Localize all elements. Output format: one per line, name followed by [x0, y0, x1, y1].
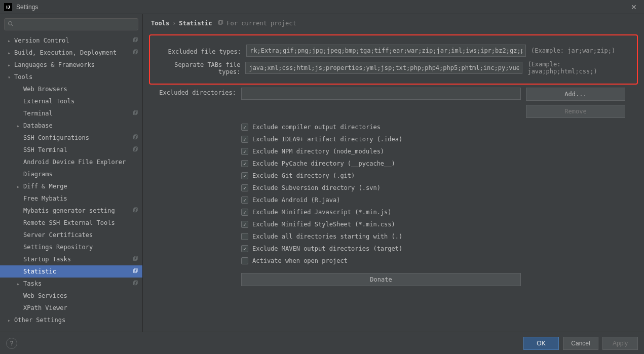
sidebar-item-label: Server Certificates	[23, 231, 93, 239]
breadcrumb-statistic: Statistic	[179, 20, 212, 27]
svg-rect-5	[134, 50, 137, 53]
settings-sidebar: ▸Version Control▸Build, Execution, Deplo…	[0, 14, 143, 332]
checkbox[interactable]	[241, 209, 248, 216]
donate-button[interactable]: Donate	[241, 273, 521, 286]
apply-button[interactable]: Apply	[602, 337, 638, 350]
option-row: Activate when open project	[241, 255, 638, 267]
project-scope-label: For current project	[226, 20, 296, 27]
settings-tree[interactable]: ▸Version Control▸Build, Execution, Deplo…	[0, 34, 142, 332]
sidebar-item-terminal[interactable]: ▸Terminal	[0, 107, 142, 120]
options-checklist: Exclude compiler output directoriesExclu…	[241, 121, 638, 267]
highlighted-region: Excluded file types: (Example: jar;war;z…	[149, 34, 638, 85]
search-icon	[8, 21, 14, 28]
option-label: Exclude MAVEN output directories (target…	[252, 245, 402, 252]
chevron-right-icon[interactable]: ▸	[15, 281, 21, 287]
sidebar-item-xpath-viewer[interactable]: ▸XPath Viewer	[0, 302, 142, 314]
checkbox[interactable]	[241, 160, 248, 167]
checkbox[interactable]	[241, 124, 248, 131]
checkbox[interactable]	[241, 136, 248, 143]
search-input-wrap[interactable]	[4, 18, 138, 30]
sidebar-item-statistic[interactable]: ▸Statistic	[0, 265, 142, 278]
settings-content: Tools › Statistic For current project Ex…	[143, 14, 644, 332]
sidebar-item-languages-frameworks[interactable]: ▸Languages & Frameworks	[0, 59, 142, 71]
checkbox[interactable]	[241, 148, 248, 155]
project-scope-icon	[133, 268, 138, 275]
sidebar-item-label: Diff & Merge	[23, 183, 67, 190]
checkbox[interactable]	[241, 233, 248, 240]
sidebar-item-build-execution-deployment[interactable]: ▸Build, Execution, Deployment	[0, 47, 142, 59]
chevron-right-icon[interactable]: ▸	[6, 38, 12, 44]
chevron-right-icon[interactable]: ▸	[6, 318, 12, 323]
sidebar-item-settings-repository[interactable]: ▸Settings Repository	[0, 241, 142, 253]
sidebar-item-label: Mybatis generator setting	[23, 207, 115, 214]
project-scope-icon	[133, 207, 138, 214]
svg-rect-19	[134, 281, 137, 284]
sidebar-item-startup-tasks[interactable]: ▸Startup Tasks	[0, 253, 142, 265]
excluded-dirs-list[interactable]	[241, 88, 521, 100]
sidebar-item-server-certificates[interactable]: ▸Server Certificates	[0, 229, 142, 241]
option-label: Exclude Android (R.java)	[252, 196, 340, 204]
svg-rect-11	[134, 147, 137, 150]
project-scope-icon	[133, 37, 138, 44]
svg-rect-6	[133, 111, 136, 115]
sidebar-item-diff-merge[interactable]: ▸Diff & Merge	[0, 180, 142, 192]
search-input[interactable]	[16, 21, 135, 28]
checkbox[interactable]	[241, 221, 248, 228]
sidebar-item-label: Settings Repository	[23, 244, 93, 251]
option-row: Exclude Minified StyleSheet (*.min.css)	[241, 218, 638, 230]
sidebar-item-free-mybatis[interactable]: ▸Free Mybatis	[0, 192, 142, 205]
svg-rect-9	[134, 135, 137, 138]
chevron-right-icon[interactable]: ▸	[15, 123, 21, 129]
svg-rect-15	[134, 256, 137, 260]
chevron-right-icon[interactable]: ▸	[6, 50, 12, 56]
sidebar-item-label: Languages & Frameworks	[14, 61, 95, 68]
option-row: Exclude Git directory (.git)	[241, 170, 638, 182]
breadcrumb-sep: ›	[172, 20, 176, 27]
checkbox[interactable]	[241, 184, 248, 191]
excluded-types-input[interactable]	[246, 45, 526, 57]
sidebar-item-version-control[interactable]: ▸Version Control	[0, 34, 142, 47]
sidebar-item-label: Other Settings	[14, 317, 65, 324]
project-scope-icon	[133, 280, 138, 287]
sidebar-item-web-services[interactable]: ▸Web Services	[0, 290, 142, 302]
sidebar-item-diagrams[interactable]: ▸Diagrams	[0, 168, 142, 180]
option-label: Exclude Subversion directory (.svn)	[252, 184, 381, 191]
svg-rect-16	[133, 269, 136, 273]
sidebar-item-database[interactable]: ▸Database	[0, 120, 142, 132]
checkbox[interactable]	[241, 196, 248, 204]
svg-rect-8	[133, 136, 136, 139]
add-button[interactable]: Add...	[526, 88, 625, 101]
close-icon[interactable]: ✕	[628, 3, 640, 11]
sidebar-item-ssh-terminal[interactable]: ▸SSH Terminal	[0, 144, 142, 156]
sidebar-item-other-settings[interactable]: ▸Other Settings	[0, 314, 142, 326]
svg-rect-3	[134, 37, 137, 41]
separate-tabs-input[interactable]	[245, 62, 522, 74]
remove-button[interactable]: Remove	[526, 105, 625, 118]
sidebar-item-web-browsers[interactable]: ▸Web Browsers	[0, 83, 142, 95]
sidebar-item-tools[interactable]: ▾Tools	[0, 71, 142, 83]
chevron-right-icon[interactable]: ▸	[15, 184, 21, 189]
sidebar-item-mybatis-generator-setting[interactable]: ▸Mybatis generator setting	[0, 205, 142, 217]
sidebar-item-label: SSH Terminal	[23, 146, 67, 153]
help-icon[interactable]: ?	[6, 338, 17, 349]
option-row: Exclude Subversion directory (.svn)	[241, 182, 638, 194]
checkbox[interactable]	[241, 172, 248, 179]
option-label: Activate when open project	[252, 257, 348, 264]
chevron-right-icon[interactable]: ▸	[6, 62, 12, 68]
option-label: Exclude Minified StyleSheet (*.min.css)	[252, 221, 395, 228]
chevron-down-icon[interactable]: ▾	[6, 74, 12, 80]
sidebar-item-label: Database	[23, 122, 53, 129]
project-scope-icon	[133, 49, 138, 56]
checkbox[interactable]	[241, 257, 248, 264]
checkbox[interactable]	[241, 245, 248, 252]
sidebar-item-tasks[interactable]: ▸Tasks	[0, 278, 142, 290]
ok-button[interactable]: OK	[523, 337, 559, 350]
svg-point-0	[9, 21, 12, 25]
sidebar-item-label: Tools	[14, 73, 32, 81]
sidebar-item-label: Free Mybatis	[23, 195, 67, 202]
cancel-button[interactable]: Cancel	[563, 337, 598, 350]
sidebar-item-android-device-file-explorer[interactable]: ▸Android Device File Explorer	[0, 156, 142, 168]
sidebar-item-remote-ssh-external-tools[interactable]: ▸Remote SSH External Tools	[0, 217, 142, 229]
sidebar-item-external-tools[interactable]: ▸External Tools	[0, 95, 142, 107]
sidebar-item-ssh-configurations[interactable]: ▸SSH Configurations	[0, 132, 142, 144]
